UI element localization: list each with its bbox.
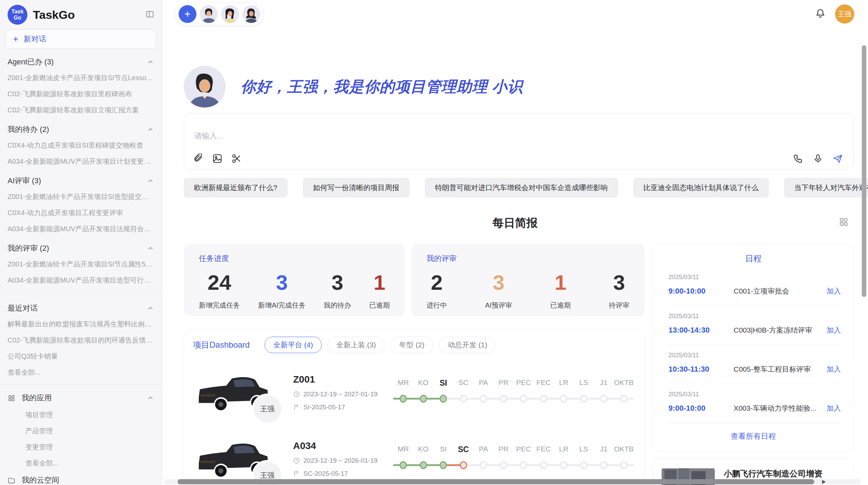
microphone-icon[interactable] <box>813 153 823 164</box>
recent-chat-item[interactable]: C02-飞腾新能源轻客改款项目的闭环通告反馈情况 <box>5 332 156 348</box>
app-item[interactable]: 产品管理 <box>5 423 156 439</box>
milestone-dot <box>580 395 587 402</box>
phone-icon[interactable] <box>793 153 803 164</box>
stat: 1已逾期 <box>369 272 390 310</box>
divider <box>0 385 162 385</box>
sidebar-item[interactable]: A034-全新新能源MUV产品开发项目计划变更表编写 <box>5 153 156 170</box>
logo-line-2: Go <box>14 15 21 21</box>
sidebar-item[interactable]: A034-全新新能源MUV产品开发项目造型可行性评审 <box>5 272 156 288</box>
agent-avatar[interactable] <box>221 5 239 23</box>
clock-icon <box>293 391 300 398</box>
milestone-label: LR <box>554 445 574 454</box>
chevron-up-icon <box>147 245 154 252</box>
event-time: 10:30-11:30 <box>668 365 734 374</box>
stat-value: 1 <box>550 272 571 293</box>
milestone-dot <box>540 395 547 402</box>
send-icon[interactable] <box>833 153 843 164</box>
schedule-event: 2025/03/11 10:30-11:30 C005-整车工程目标评审 加入 <box>668 345 841 384</box>
recent-header[interactable]: 最近对话 <box>5 297 156 316</box>
agent-avatar[interactable] <box>200 5 218 23</box>
new-chat-button[interactable]: 新对话 <box>5 29 156 49</box>
suggestion-chip[interactable]: 当下年轻人对汽车外观有怎样的喜好趋势 <box>784 178 868 198</box>
dashboard-tab[interactable]: 动总开发 (1) <box>439 337 496 353</box>
chat-input[interactable] <box>194 131 750 141</box>
attachment-icon[interactable] <box>193 153 203 164</box>
event-date: 2025/03/11 <box>668 274 841 281</box>
milestone-dot <box>620 461 627 469</box>
join-button[interactable]: 加入 <box>827 286 841 296</box>
sidebar-item[interactable]: C0X4-动力总成开发项目SI里程碑提交物检查 <box>5 137 156 153</box>
view-all-schedule[interactable]: 查看所有日程 <box>653 423 853 451</box>
project-row[interactable]: 王强 A034 2023-12-19 ~ 2026-01-19 SC-2025-… <box>193 432 635 485</box>
milestone-dot <box>600 461 607 469</box>
section-header[interactable]: Agent已办 (3) <box>5 51 156 70</box>
sidebar-sections: Agent已办 (3)Z001-全新燃油皮卡产品开发项目SI节点Lesson L… <box>5 51 156 288</box>
image-icon[interactable] <box>212 153 222 164</box>
news-title: 小鹏飞行汽车制造公司增资 <box>724 468 845 479</box>
recent-view-all[interactable]: 查看全部... <box>5 364 156 381</box>
sidebar-item[interactable]: C02-飞腾新能源轻客改款项目里程碑画布 <box>5 86 156 102</box>
join-button[interactable]: 加入 <box>827 403 841 413</box>
logo-line-1: Task <box>11 9 23 15</box>
milestone-label: PEC <box>514 445 534 454</box>
app-window: Task Go TaskGo 新对话 Agent已办 (3)Z001-全新燃油皮… <box>0 0 868 485</box>
horizontal-scrollbar[interactable] <box>164 479 861 484</box>
event-name: C003|H0B-方案冻结评审 <box>734 325 820 335</box>
section-header[interactable]: 我的待办 (2) <box>5 118 156 137</box>
layout-grid-icon[interactable] <box>839 217 849 227</box>
horizontal-scrollbar-thumb[interactable] <box>178 479 814 484</box>
suggestion-chip[interactable]: 比亚迪全固态电池计划具体说了什么 <box>633 178 769 198</box>
suggestion-chips: 欧洲新规最近颁布了什么?如何写一份清晰的项目周报特朗普可能对进口汽车增税会对中国… <box>184 178 854 198</box>
sidebar-item-cloud-space[interactable]: 我的云空间 <box>5 471 156 485</box>
project-code: A034 <box>293 440 385 451</box>
dashboard-tabs: 全新平台 (4)全新上装 (3)年型 (2)动总开发 (1) <box>265 337 496 353</box>
milestone-label: PEC <box>514 378 534 388</box>
milestone-dot <box>580 461 587 469</box>
sidebar-item[interactable]: Z001-全新燃油轻卡产品开发项目SI造型提交物评审 <box>5 189 156 205</box>
recent-chat-item[interactable]: 公司Q3轻卡销量 <box>5 348 156 364</box>
project-row[interactable]: 王强 Z001 2023-12-19 ~ 2027-01-19 SI-2025-… <box>193 365 635 420</box>
recent-chat-item[interactable]: 解释最新出台的欧盟报废车法规再生塑料比例被调至15%... <box>5 316 156 332</box>
collapse-sidebar-icon[interactable] <box>145 10 154 20</box>
notification-bell-icon[interactable] <box>815 8 825 20</box>
event-date: 2025/03/11 <box>668 313 841 320</box>
sidebar-item-my-apps[interactable]: 我的应用 <box>5 389 156 407</box>
section-header[interactable]: AI评审 (3) <box>5 170 156 189</box>
sidebar-item[interactable]: Z001-全新燃油皮卡产品开发项目SI节点Lesson Learn报告 <box>5 70 156 86</box>
suggestion-chip[interactable]: 欧洲新规最近颁布了什么? <box>184 178 288 198</box>
app-item[interactable]: 项目管理 <box>5 407 156 423</box>
topbar: 王强 <box>162 0 868 25</box>
event-time: 9:00-10:00 <box>668 404 734 413</box>
milestone-label: PA <box>473 445 494 454</box>
scroll-right-arrow-icon[interactable] <box>822 480 826 484</box>
vertical-scrollbar-thumb[interactable] <box>862 45 866 297</box>
milestone-label: SC <box>454 378 474 388</box>
suggestion-chip[interactable]: 如何写一份清晰的项目周报 <box>303 178 410 198</box>
milestone-dot <box>460 395 467 402</box>
chevron-up-icon <box>147 304 154 312</box>
scissors-icon[interactable] <box>231 153 242 164</box>
app-item[interactable]: 变更管理 <box>5 439 156 455</box>
user-avatar[interactable]: 王强 <box>835 4 854 24</box>
divider <box>0 293 162 293</box>
join-button[interactable]: 加入 <box>827 364 841 374</box>
app-title: TaskGo <box>33 8 140 22</box>
apps-view-all[interactable]: 查看全部... <box>5 455 156 471</box>
sidebar-item[interactable]: A034-全新新能源MUV产品开发项目法规符合性评审 <box>5 221 156 237</box>
add-agent-button[interactable] <box>179 5 196 23</box>
join-button[interactable]: 加入 <box>827 325 841 335</box>
flag-icon <box>293 404 300 411</box>
milestone-dot <box>540 461 547 469</box>
briefing-card: 任务进度24新增完成任务3新增AI完成任务3我的待办1已逾期 <box>184 244 405 316</box>
dashboard-tab[interactable]: 年型 (2) <box>390 337 433 353</box>
agent-avatar[interactable] <box>242 5 260 23</box>
sidebar-item[interactable]: C02-飞腾新能源轻客改款项目立项汇报方案 <box>5 102 156 118</box>
milestone-label: SI <box>433 378 454 388</box>
sidebar-item[interactable]: C0X4-动力总成开发项目工程变更评审 <box>5 205 156 221</box>
dashboard-tab[interactable]: 全新平台 (4) <box>265 337 322 353</box>
sidebar-item[interactable]: Z001-全新燃油轻卡产品开发项目SI节点属性5D文件评审 <box>5 256 156 272</box>
suggestion-chip[interactable]: 特朗普可能对进口汽车增税会对中国车企造成哪些影响 <box>425 178 618 198</box>
section-header[interactable]: 我的评审 (2) <box>5 237 156 256</box>
dashboard-tab[interactable]: 全新上装 (3) <box>328 337 385 353</box>
milestone-label: PA <box>473 378 494 388</box>
